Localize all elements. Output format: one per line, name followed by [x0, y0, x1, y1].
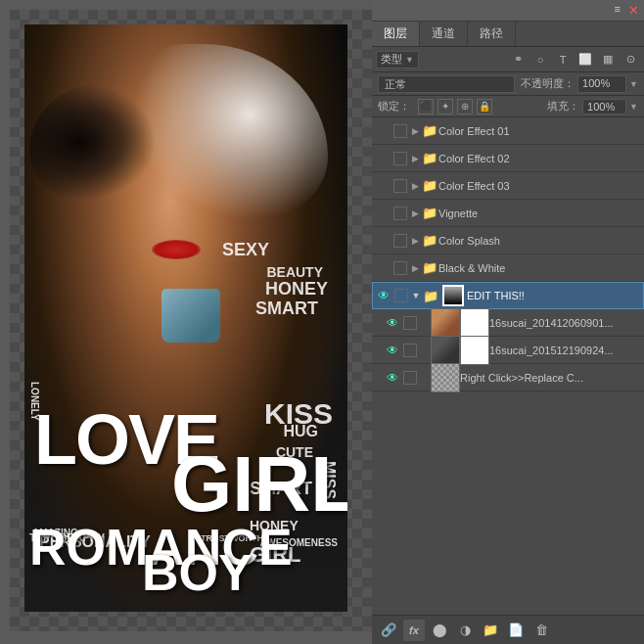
adjustment-layer-icon[interactable]: ◑ — [454, 620, 476, 641]
layer-name: 16sucai_201412060901... — [489, 317, 642, 329]
lock-all-icon[interactable]: 🔒 — [477, 99, 492, 115]
visibility-eye-icon[interactable] — [374, 259, 391, 277]
layer-checkbox[interactable] — [393, 179, 407, 193]
delete-layer-icon[interactable]: 🗑 — [530, 620, 552, 641]
layer-edit-this[interactable]: 👁 ▼ 📁 EDIT THIS!! — [372, 282, 644, 309]
panel-controls: ≡ ✕ — [615, 3, 639, 18]
layer-expand-arrow-icon[interactable]: ▶ — [409, 177, 421, 195]
layer-checkbox[interactable] — [403, 316, 417, 330]
visibility-eye-icon[interactable]: 👁 — [384, 342, 401, 359]
dropdown-arrow-icon: ▼ — [405, 55, 414, 65]
filter-type-dropdown[interactable]: 类型 ▼ — [376, 51, 419, 69]
lock-artboard-icon[interactable]: ⊕ — [457, 99, 473, 115]
layer-checkbox[interactable] — [393, 152, 407, 165]
new-layer-icon[interactable]: 📄 — [505, 620, 527, 641]
layer-name: Color Effect 02 — [438, 153, 642, 164]
layer-color-effect-03[interactable]: ▶ 📁 Color Effect 03 — [372, 172, 644, 200]
layer-checkbox[interactable] — [403, 371, 417, 385]
filter-icon-6[interactable]: ⊙ — [621, 51, 640, 69]
visibility-eye-icon[interactable] — [374, 232, 391, 250]
word-kiss: KISS — [264, 397, 333, 431]
layer-color-effect-02[interactable]: ▶ 📁 Color Effect 02 — [372, 145, 644, 172]
visibility-eye-icon[interactable]: 👁 — [384, 314, 401, 332]
canvas-content: SEXY HONEY BEAUTY SMART HUG CUTE KISS MI… — [24, 24, 347, 612]
mask-thumbnail-02 — [460, 336, 489, 365]
opacity-input[interactable]: 100% — [577, 75, 626, 93]
layer-name: Color Effect 03 — [438, 180, 642, 192]
fill-control: 填充： 100% ▼ — [547, 99, 638, 115]
layer-folder-icon: 📁 — [421, 150, 438, 167]
word-honey: HONEY — [265, 279, 328, 299]
big-girl-text: GIRL — [171, 445, 347, 524]
layers-panel: ≡ ✕ 图层 通道 路径 类型 ▼ ⚭ ○ T ⬜ ▦ ⊙ 正常 — [372, 0, 644, 644]
lock-position-icon[interactable]: ✦ — [437, 99, 453, 115]
link-icon[interactable]: 🔗 — [378, 620, 399, 641]
filter-icon-1[interactable]: ⚭ — [508, 51, 528, 69]
smart-object-thumbnail — [431, 363, 460, 392]
layer-image-02[interactable]: 👁 16sucai_201512190924... — [372, 337, 644, 364]
layer-expand-arrow-icon[interactable]: ▶ — [409, 150, 421, 167]
layer-checkbox[interactable] — [393, 124, 407, 138]
layers-list: ▶ 📁 Color Effect 01 ▶ 📁 Color Effect 02 … — [372, 117, 644, 615]
filter-toolbar: 类型 ▼ ⚭ ○ T ⬜ ▦ ⊙ — [372, 47, 644, 72]
visibility-eye-icon[interactable] — [374, 122, 391, 140]
canvas-area: SEXY HONEY BEAUTY SMART HUG CUTE KISS MI… — [10, 10, 372, 631]
layer-expand-arrow-icon[interactable]: ▼ — [410, 287, 422, 304]
lock-fill-row: 锁定： ⬛ ✦ ⊕ 🔒 填充： 100% ▼ — [372, 96, 644, 117]
layer-name: Black & White — [438, 262, 642, 274]
tab-paths[interactable]: 路径 — [468, 22, 516, 46]
visibility-eye-icon[interactable]: 👁 — [384, 369, 401, 387]
layer-checkbox[interactable] — [394, 289, 408, 302]
layer-checkbox[interactable] — [403, 344, 417, 357]
mask-thumbnail-01 — [460, 308, 489, 338]
layer-name: Vignette — [438, 207, 642, 219]
layer-color-splash[interactable]: ▶ 📁 Color Splash — [372, 227, 644, 254]
layer-expand-arrow-icon[interactable]: ▶ — [409, 122, 421, 140]
big-boy-text: BOY — [142, 543, 253, 602]
bottom-toolbar-icons: 🔗 fx ⬤ ◑ 📁 📄 🗑 — [378, 620, 552, 641]
filter-icon-3[interactable]: T — [553, 51, 573, 69]
visibility-eye-icon[interactable] — [374, 150, 391, 167]
lock-pixels-icon[interactable]: ⬛ — [418, 99, 434, 115]
fx-effects-icon[interactable]: fx — [403, 620, 425, 641]
layer-black-white[interactable]: ▶ 📁 Black & White — [372, 254, 644, 282]
layer-image-01[interactable]: 👁 16sucai_201412060901... — [372, 309, 644, 337]
filter-icon-5[interactable]: ▦ — [598, 51, 618, 69]
panel-top-bar: ≡ ✕ — [372, 0, 644, 22]
layer-name: 16sucai_201512190924... — [489, 345, 642, 356]
fill-input[interactable]: 100% — [582, 99, 626, 115]
layer-folder-icon: 📁 — [421, 177, 438, 195]
lock-icons-group: ⬛ ✦ ⊕ 🔒 — [418, 99, 492, 115]
filter-icon-2[interactable]: ○ — [530, 51, 550, 69]
tab-layers[interactable]: 图层 — [372, 22, 420, 46]
create-group-icon[interactable]: 📁 — [480, 620, 501, 641]
blend-opacity-row: 正常 不透明度： 100% ▼ — [372, 72, 644, 96]
tab-channels[interactable]: 通道 — [420, 22, 468, 46]
layer-expand-arrow-icon[interactable]: ▶ — [409, 205, 421, 222]
layer-folder-icon: 📁 — [422, 287, 439, 304]
panel-tab-bar: 图层 通道 路径 — [372, 22, 644, 47]
visibility-eye-icon[interactable] — [374, 205, 391, 222]
layer-vignette[interactable]: ▶ 📁 Vignette — [372, 200, 644, 227]
visibility-eye-icon[interactable]: 👁 — [375, 287, 392, 304]
layer-expand-arrow-icon[interactable]: ▶ — [409, 259, 421, 277]
layer-folder-icon: 📁 — [421, 122, 438, 140]
visibility-eye-icon[interactable] — [374, 177, 391, 195]
image-thumbnail-02 — [431, 336, 460, 365]
filter-icon-4[interactable]: ⬜ — [575, 51, 595, 69]
word-beauty: BEAUTY — [266, 264, 323, 280]
mug-detail — [161, 289, 220, 343]
add-mask-icon[interactable]: ⬤ — [429, 620, 450, 641]
lips-detail — [152, 240, 201, 259]
layer-name: Color Splash — [438, 235, 642, 247]
layer-checkbox[interactable] — [393, 234, 407, 248]
layer-expand-arrow-icon[interactable]: ▶ — [409, 232, 421, 250]
layer-checkbox[interactable] — [393, 207, 407, 220]
close-button[interactable]: ✕ — [628, 3, 639, 18]
layer-replace-contents[interactable]: 👁 Right Click>>Replace C... — [372, 364, 644, 391]
collapse-icon[interactable]: ≡ — [615, 3, 621, 18]
blend-mode-select[interactable]: 正常 — [378, 75, 515, 93]
layer-color-effect-01[interactable]: ▶ 📁 Color Effect 01 — [372, 117, 644, 145]
layer-folder-icon: 📁 — [421, 232, 438, 250]
layer-checkbox[interactable] — [393, 261, 407, 275]
